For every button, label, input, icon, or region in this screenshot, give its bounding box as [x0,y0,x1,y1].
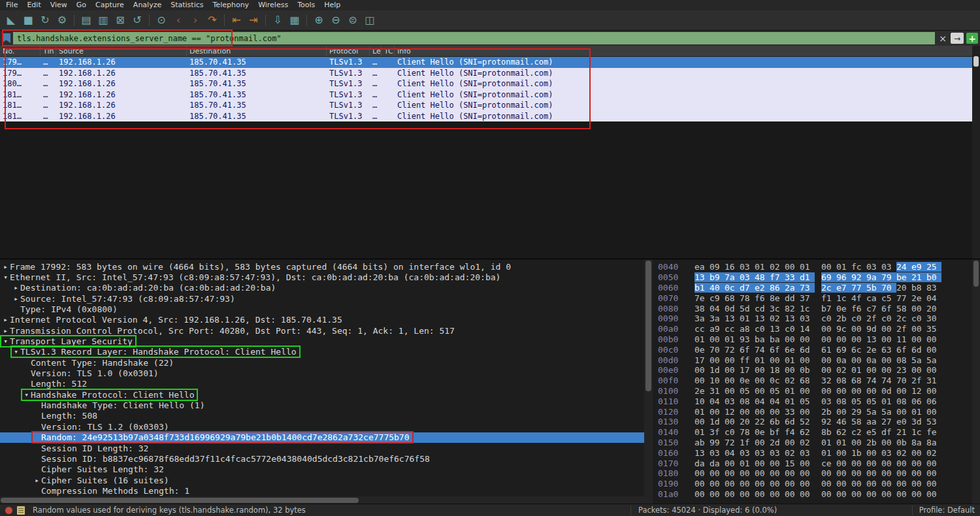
hex-row[interactable]: 00f00010000e000c02683208687474702f31 [658,376,972,386]
packet-row[interactable]: 181……192.168.1.26185.70.41.35TLSv1.3…Cli… [0,111,980,122]
menu-item-file[interactable]: File [1,0,22,10]
column-header-tin[interactable]: Tin [41,46,56,56]
stop-capture-button[interactable]: ■ [20,12,37,29]
hex-row[interactable]: 00d0170000ff01000100000a000a00085a5a [658,355,972,365]
detail-line[interactable]: Length: 512 [0,379,644,389]
open-capture-file-button[interactable]: ▤ [78,12,95,29]
column-header-info[interactable]: Info [395,46,980,56]
expand-arrow-icon[interactable]: ▸ [12,283,20,292]
menu-item-analyze[interactable]: Analyze [129,0,166,10]
capture-options-button[interactable]: ⚙ [54,12,71,29]
column-header-destination[interactable]: Destination [187,46,327,56]
go-forward-button[interactable]: › [187,12,204,29]
go-last-packet-button[interactable]: ⇥ [245,12,262,29]
capture-comment-icon[interactable] [17,506,25,515]
collapse-arrow-icon[interactable]: ▾ [1,273,10,282]
hex-row[interactable]: 019000000000000000000000000000000000 [658,479,972,489]
detail-line[interactable]: ▸Transmission Control Protocol, Src Port… [0,325,644,336]
column-header-source[interactable]: Source [56,46,187,56]
detail-line[interactable]: ▸Destination: ca:0b:ad:ad:20:ba (ca:0b:a… [0,283,644,293]
packet-row[interactable]: 180……192.168.1.26185.70.41.35TLSv1.3…Cli… [0,78,980,89]
expand-arrow-icon[interactable]: ▸ [12,295,20,303]
collapse-arrow-icon[interactable]: ▾ [22,391,31,399]
close-capture-file-button[interactable]: ⊠ [112,12,129,29]
menu-item-edit[interactable]: Edit [22,0,45,10]
expand-arrow-icon[interactable]: ▸ [1,263,10,271]
menu-item-statistics[interactable]: Statistics [166,0,208,10]
menu-item-view[interactable]: View [46,0,72,10]
detail-line[interactable]: ▾TLSv1.3 Record Layer: Handshake Protoco… [0,347,644,357]
detail-line[interactable]: Session ID: b8837ec96878f68edd37f11c4fca… [0,453,644,464]
menu-item-tools[interactable]: Tools [293,0,319,10]
column-header-protocol[interactable]: Protocol [327,46,370,56]
hex-row[interactable]: 0140013fc0780ebff4628b62c2e5df211cfe [658,427,972,438]
hex-row[interactable]: 0160130304030303020301001b0003020002 [658,447,972,458]
menu-item-go[interactable]: Go [72,0,91,10]
detail-line[interactable]: Version: TLS 1.0 (0x0301) [0,368,644,378]
hex-row[interactable]: 0060b1400cd7e2862a732ce7775b7020b883 [658,283,972,293]
detail-line[interactable]: Content Type: Handshake (22) [0,357,644,368]
packet-row[interactable]: 181……192.168.1.26185.70.41.35TLSv1.3…Cli… [0,100,980,111]
scrollbar-thumb[interactable] [1,498,359,503]
detail-line[interactable]: Compression Methods Length: 1 [0,485,644,496]
profile-label[interactable]: Profile: Default [919,506,975,515]
expand-arrow-icon[interactable]: ▸ [1,315,10,324]
packet-row[interactable]: 179……192.168.1.26185.70.41.35TLSv1.3…Cli… [0,68,980,79]
detail-line[interactable]: ▸Cipher Suites (16 suites) [0,475,644,485]
column-header-no[interactable]: No. [0,46,41,56]
filter-add-button[interactable]: + [966,33,978,44]
resize-columns-button[interactable]: ◫ [361,12,378,29]
start-capture-button[interactable]: ◣ [3,12,20,29]
zoom-out-button[interactable]: ⊖ [327,12,344,29]
menu-item-help[interactable]: Help [319,0,345,10]
hex-row[interactable]: 008038040d5dcd3c821cb70ef6c76f580020 [658,303,972,314]
reload-capture-file-button[interactable]: ↺ [129,12,146,29]
menu-item-wireless[interactable]: Wireless [253,0,293,10]
hex-row[interactable]: 01a000000000000000000000000000000000 [658,489,972,500]
hex-row[interactable]: 00903a3a130113021303c02bc02fc02cc030 [658,314,972,324]
go-to-packet-button[interactable]: ↷ [204,12,221,29]
detail-line[interactable]: Random: 24e92513b97a0348f733d16996929a79… [0,432,644,443]
column-header-tc[interactable]: TC [382,46,395,56]
menu-item-telephony[interactable]: Telephony [208,0,254,10]
detail-line[interactable]: ▾Handshake Protocol: Client Hello [0,389,644,400]
hex-row[interactable]: 018000000000000000000000000000000000 [658,468,972,479]
column-header-le[interactable]: Le: [370,46,382,56]
collapse-arrow-icon[interactable]: ▾ [12,347,20,356]
auto-scroll-button[interactable]: ⇩ [269,12,286,29]
expand-arrow-icon[interactable]: ▸ [1,327,10,335]
hex-row[interactable]: 012001001200000033002b00295a5a000100 [658,406,972,417]
display-filter-input[interactable]: tls.handshake.extensions_server_name == … [13,32,935,44]
detail-line[interactable]: Length: 508 [0,411,644,421]
filter-apply-icon[interactable]: → [951,33,964,44]
menu-item-capture[interactable]: Capture [91,0,129,10]
packet-list-vscrollbar[interactable] [972,46,980,259]
detail-line[interactable]: Session ID Length: 32 [0,443,644,453]
hex-row[interactable]: 01002e31000500050100000000000d001200 [658,386,972,396]
detail-line[interactable]: ▸Frame 17992: 583 bytes on wire (4664 bi… [0,261,644,272]
hex-row[interactable]: 00e0001d00170018000b0002010000230000 [658,365,972,376]
hex-row[interactable]: 0040ea091603010200010001fc030324e925 [658,262,972,272]
find-packet-button[interactable]: ⊙ [153,12,170,29]
scrollbar-thumb[interactable] [973,261,979,287]
collapse-arrow-icon[interactable]: ▾ [1,337,10,346]
detail-line[interactable]: Type: IPv4 (0x0800) [0,304,644,314]
packet-row[interactable]: 181……192.168.1.26185.70.41.35TLSv1.3…Cli… [0,89,980,101]
go-first-packet-button[interactable]: ⇤ [228,12,245,29]
scrollbar-thumb[interactable] [645,261,651,391]
detail-line[interactable]: Version: TLS 1.2 (0x0303) [0,421,644,432]
filter-bookmark-icon[interactable] [2,33,10,43]
hex-row[interactable]: 00b001000193baba00000000001300110000 [658,334,972,345]
details-vscrollbar[interactable] [644,259,653,504]
hex-row[interactable]: 0130001d0020226b6d52924658aa27e03d53 [658,417,972,427]
hex-vscrollbar[interactable] [972,259,980,504]
expert-info-icon[interactable] [5,507,12,514]
save-capture-file-button[interactable]: ▥ [95,12,112,29]
zoom-in-button[interactable]: ⊕ [310,12,327,29]
hex-row[interactable]: 0170dada000100001500ce00000000000000 [658,458,972,468]
go-back-button[interactable]: ‹ [170,12,187,29]
scrollbar-thumb[interactable] [973,56,979,67]
hex-row[interactable]: 011010040308040401050308050501080606 [658,396,972,406]
packet-row[interactable]: 179……192.168.1.26185.70.41.35TLSv1.3…Cli… [0,57,980,68]
detail-line[interactable]: ▸Internet Protocol Version 4, Src: 192.1… [0,315,644,325]
